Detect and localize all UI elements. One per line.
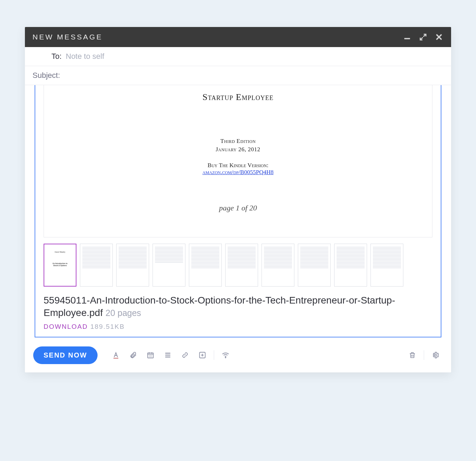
attachment-download-row: DOWNLOAD 189.51KB	[44, 323, 432, 331]
subject-label: Subject:	[33, 71, 60, 80]
kindle-label: Buy The Kindle Version:	[52, 162, 424, 169]
thumbnail-page-4[interactable]	[153, 244, 185, 287]
thumbnail-page-7[interactable]	[262, 244, 294, 287]
edition-line1: Third Edition	[52, 137, 424, 145]
thumbnail-page-3[interactable]	[116, 244, 149, 287]
attachment-preview: Startup Employee Third Edition January 2…	[44, 85, 432, 237]
calendar-icon[interactable]	[143, 348, 158, 362]
compose-toolbar: SEND NOW	[25, 341, 451, 372]
body-area: Startup Employee Third Edition January 2…	[25, 85, 451, 341]
thumbnail-page-8[interactable]	[298, 244, 331, 287]
kindle-link[interactable]: amazon.com/dp/B0055PQ4H8	[202, 169, 273, 175]
send-button[interactable]: SEND NOW	[33, 346, 98, 364]
attachment-filename: 55945011-An-Introduction-to-Stock-Option…	[44, 295, 395, 318]
to-row[interactable]: To: Note to self	[25, 47, 451, 66]
attachment-filename-row: 55945011-An-Introduction-to-Stock-Option…	[44, 294, 432, 319]
expand-icon[interactable]	[419, 33, 428, 42]
thumbnail-page-5[interactable]	[189, 244, 222, 287]
svg-point-4	[434, 354, 437, 356]
download-link[interactable]: DOWNLOAD	[44, 323, 88, 330]
thumbnail-page-2[interactable]	[80, 244, 113, 287]
to-placeholder: Note to self	[66, 52, 104, 61]
doc-kindle-block: Buy The Kindle Version: amazon.com/dp/B0…	[52, 162, 424, 176]
svg-point-3	[225, 357, 226, 358]
thumbnail-page-9[interactable]	[334, 244, 367, 287]
minimize-icon[interactable]	[403, 33, 412, 42]
gear-icon[interactable]	[428, 348, 443, 362]
doc-title-line: Startup Employee	[52, 92, 424, 102]
trash-icon[interactable]	[405, 348, 420, 362]
svg-rect-0	[404, 38, 410, 39]
titlebar: NEW MESSAGE	[25, 27, 451, 47]
close-icon[interactable]	[434, 33, 443, 42]
wifi-icon[interactable]	[218, 348, 233, 362]
thumbnail-page-1[interactable]: David Weekly An Introduction to Stock & …	[44, 244, 76, 287]
doc-edition: Third Edition January 26, 2012	[52, 137, 424, 154]
thumbnail-page-10[interactable]	[370, 244, 403, 287]
text-format-icon[interactable]	[109, 348, 123, 362]
edition-line2: January 26, 2012	[52, 145, 424, 154]
list-icon[interactable]	[161, 348, 175, 362]
to-label: To:	[33, 52, 66, 61]
link-icon[interactable]	[178, 348, 192, 362]
thumbnail-page-6[interactable]	[225, 244, 258, 287]
toolbar-separator	[214, 350, 214, 360]
attachment-icon[interactable]	[126, 348, 140, 362]
add-icon[interactable]	[195, 348, 210, 362]
page-counter: page 1 of 20	[52, 204, 424, 213]
thumbnail-strip: David Weekly An Introduction to Stock & …	[44, 244, 432, 287]
attachment-size: 189.51KB	[90, 323, 125, 330]
window-title: NEW MESSAGE	[33, 33, 396, 41]
compose-window: NEW MESSAGE To: Note to self Subject: St…	[25, 27, 451, 372]
attachment-pages: 20 pages	[106, 308, 141, 318]
toolbar-separator-2	[424, 350, 424, 360]
subject-row[interactable]: Subject:	[25, 66, 451, 85]
attachment-card: Startup Employee Third Edition January 2…	[35, 85, 441, 337]
